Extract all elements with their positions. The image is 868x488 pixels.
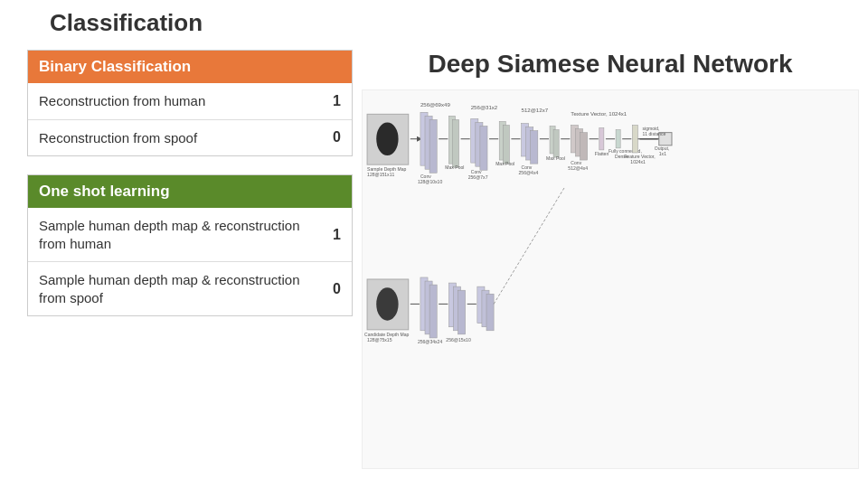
svg-rect-17	[480, 127, 487, 171]
binary-row-1-label: Reconstruction from human	[39, 92, 323, 110]
svg-rect-27	[531, 131, 538, 164]
svg-text:256@34x24: 256@34x24	[418, 339, 443, 344]
svg-line-75	[494, 188, 564, 305]
svg-text:256@15x10: 256@15x10	[446, 337, 471, 343]
svg-point-1	[376, 122, 398, 155]
right-panel: Deep Siamese Neural Network Sample Depth…	[362, 50, 859, 470]
svg-text:512@12x7: 512@12x7	[522, 107, 549, 113]
table-row: Reconstruction from spoof 0	[28, 120, 352, 156]
svg-rect-69	[458, 290, 466, 334]
page-title: Classification	[50, 9, 203, 37]
svg-text:128@151x11: 128@151x11	[367, 172, 394, 177]
svg-rect-37	[580, 133, 588, 160]
svg-rect-64	[429, 285, 437, 338]
svg-text:1024x1: 1024x1	[630, 159, 646, 164]
svg-rect-41	[599, 128, 604, 150]
left-panel: Binary Classification Reconstruction fro…	[27, 50, 353, 334]
svg-text:128@75x15: 128@75x15	[367, 337, 392, 343]
svg-rect-32	[553, 130, 559, 157]
svg-text:256@7x7: 256@7x7	[468, 174, 488, 180]
svg-text:Max Pool: Max Pool	[445, 164, 464, 170]
svg-text:Flatten: Flatten	[595, 151, 609, 156]
binary-row-2-value: 0	[323, 129, 341, 145]
svg-text:Max Pool: Max Pool	[495, 161, 514, 166]
svg-text:11 distance: 11 distance	[643, 131, 666, 136]
svg-rect-44	[616, 130, 620, 148]
svg-text:Max Pool: Max Pool	[546, 155, 565, 161]
network-title: Deep Siamese Neural Network	[362, 50, 859, 79]
svg-text:256@69x49: 256@69x49	[420, 101, 450, 108]
svg-rect-74	[486, 294, 494, 331]
svg-text:256@31x2: 256@31x2	[471, 104, 498, 110]
table-row: Sample human depth map & reconstruction …	[28, 262, 352, 315]
one-shot-row-2-value: 0	[323, 281, 341, 297]
one-shot-row-1-label: Sample human depth map & reconstruction …	[39, 217, 323, 252]
svg-text:128@10x10: 128@10x10	[418, 179, 443, 184]
table-row: Sample human depth map & reconstruction …	[28, 208, 352, 262]
one-shot-row-2-label: Sample human depth map & reconstruction …	[39, 271, 323, 306]
svg-point-58	[376, 287, 398, 321]
svg-rect-22	[503, 126, 509, 164]
svg-rect-48	[632, 126, 637, 153]
binary-classification-table: Binary Classification Reconstruction fro…	[27, 50, 353, 156]
binary-row-2-label: Reconstruction from spoof	[39, 129, 323, 147]
svg-text:Texture Vector, 1024x1: Texture Vector, 1024x1	[571, 110, 627, 117]
network-diagram: Sample Depth Map 128@151x11 Conv 128@10x…	[362, 89, 859, 469]
binary-classification-header: Binary Classification	[28, 51, 352, 83]
svg-rect-7	[429, 119, 437, 173]
svg-text:1x1: 1x1	[659, 151, 666, 156]
table-row: Reconstruction from human 1	[28, 83, 352, 120]
svg-text:512@4x4: 512@4x4	[568, 165, 588, 171]
binary-row-1-value: 1	[323, 93, 341, 109]
svg-rect-12	[452, 119, 458, 167]
network-svg: Sample Depth Map 128@151x11 Conv 128@10x…	[363, 90, 858, 468]
one-shot-learning-header: One shot learning	[28, 175, 352, 208]
one-shot-learning-table: One shot learning Sample human depth map…	[27, 174, 353, 316]
one-shot-row-1-value: 1	[323, 227, 341, 243]
svg-text:256@4x4: 256@4x4	[519, 170, 539, 175]
